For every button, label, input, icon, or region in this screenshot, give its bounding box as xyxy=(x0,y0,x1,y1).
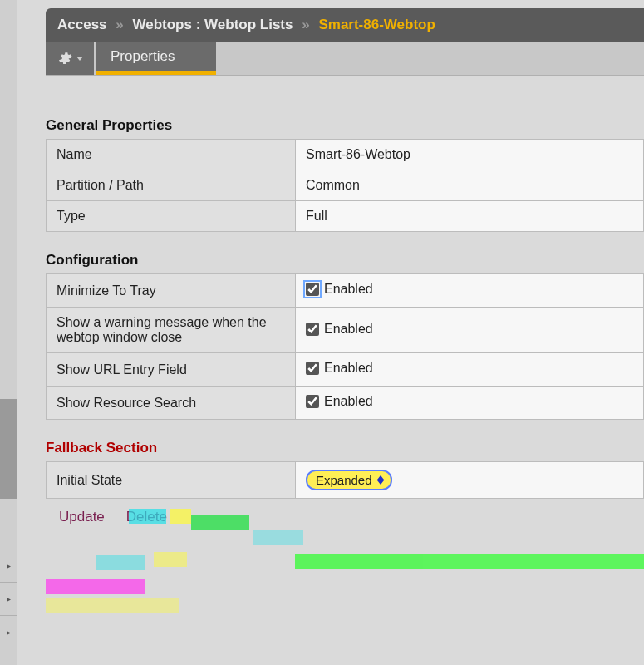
checkbox-show-warning[interactable] xyxy=(306,323,319,336)
value-warn: Enabled xyxy=(324,322,373,337)
rail-dark-segment xyxy=(0,399,17,499)
tab-properties-label: Properties xyxy=(111,48,175,65)
row-name: Name Smart-86-Webtop xyxy=(47,140,644,170)
section-fallback: Fallback Section Initial State Expanded xyxy=(46,440,644,529)
value-partition: Common xyxy=(296,170,644,201)
delete-button[interactable]: Delete xyxy=(121,505,172,529)
label-warn: Show a warning message when the webtop w… xyxy=(47,308,296,353)
label-name: Name xyxy=(47,140,296,170)
breadcrumb-root[interactable]: Access xyxy=(57,17,107,32)
tab-row: Properties xyxy=(46,42,644,76)
row-warn: Show a warning message when the webtop w… xyxy=(47,308,644,353)
section-configuration: Configuration Minimize To Tray Enabled S… xyxy=(46,252,644,420)
value-url: Enabled xyxy=(324,361,373,376)
breadcrumb-sep-1: » xyxy=(116,17,123,32)
section-title-general: General Properties xyxy=(46,117,644,134)
rail-expand-2[interactable]: ▸ xyxy=(0,582,17,615)
section-general: General Properties Name Smart-86-Webtop … xyxy=(46,117,644,232)
select-arrows-icon xyxy=(377,475,384,485)
settings-menu-button[interactable] xyxy=(46,42,94,75)
checkbox-show-resource-search[interactable] xyxy=(306,395,319,408)
value-minimize: Enabled xyxy=(324,282,373,297)
row-search: Show Resource Search Enabled xyxy=(47,387,644,420)
value-search: Enabled xyxy=(324,394,373,409)
select-initial-state[interactable]: Expanded xyxy=(306,470,392,490)
row-type: Type Full xyxy=(47,201,644,232)
rail-expand-1[interactable]: ▸ xyxy=(0,549,17,582)
checkbox-minimize-to-tray[interactable] xyxy=(306,283,319,296)
label-url: Show URL Entry Field xyxy=(47,353,296,387)
section-title-configuration: Configuration xyxy=(46,252,644,268)
breadcrumb-mid[interactable]: Webtops : Webtop Lists xyxy=(133,17,293,32)
tab-properties[interactable]: Properties xyxy=(96,42,216,75)
row-minimize: Minimize To Tray Enabled xyxy=(47,274,644,308)
main-content: Access » Webtops : Webtop Lists » Smart-… xyxy=(46,8,644,549)
row-initial-state: Initial State Expanded xyxy=(47,462,644,499)
label-initial-state: Initial State xyxy=(47,462,296,499)
label-search: Show Resource Search xyxy=(47,387,296,420)
label-minimize: Minimize To Tray xyxy=(47,274,296,308)
action-row: Update Delete xyxy=(46,505,644,529)
caret-down-icon xyxy=(76,57,83,61)
value-type: Full xyxy=(296,201,644,232)
configuration-table: Minimize To Tray Enabled Show a warning … xyxy=(46,273,644,420)
row-partition: Partition / Path Common xyxy=(47,170,644,201)
section-title-fallback: Fallback Section xyxy=(46,440,644,456)
label-type: Type xyxy=(47,201,296,232)
breadcrumb-current: Smart-86-Webtop xyxy=(318,17,435,32)
select-initial-state-value: Expanded xyxy=(316,473,372,487)
general-properties-table: Name Smart-86-Webtop Partition / Path Co… xyxy=(46,139,644,232)
fallback-table: Initial State Expanded xyxy=(46,461,644,499)
row-url: Show URL Entry Field Enabled xyxy=(47,353,644,387)
breadcrumb: Access » Webtops : Webtop Lists » Smart-… xyxy=(46,8,644,42)
update-button[interactable]: Update xyxy=(54,505,110,529)
label-partition: Partition / Path xyxy=(47,170,296,201)
breadcrumb-sep-2: » xyxy=(302,17,309,32)
left-rail: ▸ ▸ ▸ xyxy=(0,0,17,665)
checkbox-show-url-entry[interactable] xyxy=(306,362,319,375)
value-name: Smart-86-Webtop xyxy=(296,140,644,170)
gear-icon xyxy=(57,51,72,66)
rail-expand-3[interactable]: ▸ xyxy=(0,615,17,648)
